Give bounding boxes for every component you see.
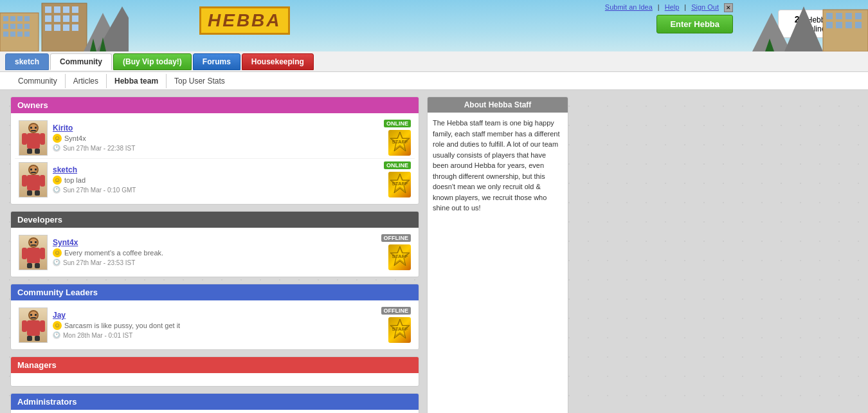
sub-nav-articles[interactable]: Articles <box>66 74 107 88</box>
clock-icon: 🕐 <box>53 144 60 152</box>
svg-rect-89 <box>35 314 37 316</box>
staff-info: Synt4x☺ Every moment's a coffee break.🕐 … <box>53 238 376 266</box>
svg-rect-84 <box>22 320 27 332</box>
staff-status-line: ☺ Synt4x <box>53 134 379 143</box>
svg-text:STAFF: STAFF <box>392 253 408 259</box>
svg-rect-39 <box>845 22 852 28</box>
avatar <box>19 162 48 197</box>
staff-status-text: Sarcasm is like pussy, you dont get it <box>64 322 180 329</box>
submit-idea-link[interactable]: Submit an Idea <box>605 3 653 12</box>
svg-rect-48 <box>35 149 40 154</box>
nav-tab-vip[interactable]: (Buy Vip today!) <box>113 53 192 70</box>
svg-text:STAFF: STAFF <box>392 326 408 332</box>
section-header-developers: Developers <box>11 212 419 228</box>
main-content: Owners Kirito☺ Synt4x🕐 Sun 27th Mar - 22… <box>0 90 579 413</box>
about-header: About Hebba Staff <box>428 97 568 113</box>
svg-rect-17 <box>72 6 78 13</box>
nav-tab-community[interactable]: Community <box>50 53 112 70</box>
svg-rect-1 <box>3 16 8 21</box>
svg-rect-33 <box>826 13 833 19</box>
svg-rect-16 <box>63 6 69 13</box>
avatar <box>19 235 48 270</box>
nav-tab-sketch[interactable]: sketch <box>5 53 49 70</box>
enter-hebba-button[interactable]: Enter Hebba <box>656 15 733 33</box>
staff-time-text: Sun 27th Mar - 0:10 GMT <box>63 187 136 194</box>
sub-nav-hebba-team[interactable]: Hebba team <box>107 74 167 88</box>
staff-status-text: Every moment's a coffee break. <box>64 249 163 257</box>
svg-rect-6 <box>10 24 15 29</box>
staff-time-text: Mon 28th Mar - 0:01 IST <box>63 332 132 339</box>
svg-rect-73 <box>27 263 32 268</box>
svg-rect-12 <box>24 32 30 37</box>
offline-badge: OFFLINE <box>381 234 411 242</box>
svg-rect-45 <box>22 133 27 145</box>
svg-rect-85 <box>40 320 45 332</box>
staff-row: Jay☺ Sarcasm is like pussy, you dont get… <box>15 304 415 345</box>
navigation-bar: sketch Community (Buy Vip today!) Forums… <box>0 51 868 72</box>
clock-icon: 🕐 <box>53 259 60 266</box>
sub-nav-top-user-stats[interactable]: Top User Stats <box>167 74 233 88</box>
site-logo: HEBBA <box>199 6 290 35</box>
svg-rect-47 <box>27 149 32 154</box>
staff-info: Kirito☺ Synt4x🕐 Sun 27th Mar - 22:38 IST <box>53 124 379 152</box>
svg-rect-59 <box>40 175 45 187</box>
svg-rect-86 <box>27 336 32 341</box>
right-buildings <box>752 0 868 51</box>
staff-row: Synt4x☺ Every moment's a coffee break.🕐 … <box>15 232 415 273</box>
section-owners: Owners Kirito☺ Synt4x🕐 Sun 27th Mar - 22… <box>10 96 419 205</box>
staff-name[interactable]: Jay <box>53 311 376 320</box>
svg-rect-3 <box>17 16 23 21</box>
nav-tab-forums[interactable]: Forums <box>193 53 240 70</box>
online-badge: ONLINE <box>384 161 411 169</box>
svg-rect-74 <box>35 263 40 268</box>
svg-text:STAFF: STAFF <box>392 181 408 187</box>
sign-out-link[interactable]: Sign Out <box>691 3 719 12</box>
section-header-community-leaders: Community Leaders <box>11 284 419 300</box>
header-links: Submit an Idea | Help | Sign Out ✕ <box>605 3 733 12</box>
left-panel: Owners Kirito☺ Synt4x🕐 Sun 27th Mar - 22… <box>10 96 419 413</box>
section-managers: Managers <box>10 356 419 387</box>
section-header-owners: Owners <box>11 97 419 113</box>
link-separator-1: | <box>658 3 660 12</box>
staff-status-text: top lad <box>64 176 86 184</box>
svg-rect-51 <box>31 130 36 131</box>
staff-time-text: Sun 27th Mar - 22:38 IST <box>63 145 135 152</box>
staff-badge-icon: STAFF <box>388 130 411 156</box>
mood-icon: ☺ <box>53 248 62 257</box>
svg-rect-14 <box>45 6 51 13</box>
staff-row: Kirito☺ Synt4x🕐 Sun 27th Mar - 22:38 IST… <box>15 117 415 159</box>
svg-rect-60 <box>27 190 32 196</box>
svg-rect-25 <box>72 24 78 31</box>
svg-rect-22 <box>45 24 51 31</box>
online-badge: ONLINE <box>384 120 411 127</box>
staff-name[interactable]: Kirito <box>53 124 379 133</box>
nav-tab-housekeeping[interactable]: Housekeeping <box>242 53 314 70</box>
staff-name[interactable]: sketch <box>53 165 379 174</box>
svg-rect-37 <box>826 22 833 28</box>
close-button[interactable]: ✕ <box>724 3 733 12</box>
staff-time: 🕐 Mon 28th Mar - 0:01 IST <box>53 331 376 339</box>
help-link[interactable]: Help <box>665 3 680 12</box>
svg-rect-9 <box>3 32 8 37</box>
section-content-community-leaders: Jay☺ Sarcasm is like pussy, you dont get… <box>11 300 419 349</box>
header-right: Submit an Idea | Help | Sign Out ✕ Enter… <box>605 3 733 33</box>
svg-rect-90 <box>31 317 36 318</box>
staff-badge-icon: STAFF <box>388 317 411 343</box>
svg-rect-46 <box>40 133 45 145</box>
staff-time: 🕐 Sun 27th Mar - 0:10 GMT <box>53 186 379 194</box>
sub-nav-community[interactable]: Community <box>10 74 66 88</box>
staff-badge-icon: STAFF <box>388 244 411 270</box>
svg-rect-4 <box>24 16 30 21</box>
svg-rect-24 <box>63 24 69 31</box>
svg-rect-77 <box>31 244 36 246</box>
svg-rect-23 <box>54 24 60 31</box>
section-community-leaders: Community Leaders Jay☺ Sarcasm is like p… <box>10 284 419 350</box>
svg-rect-40 <box>855 22 862 28</box>
svg-rect-64 <box>31 172 36 173</box>
staff-name[interactable]: Synt4x <box>53 238 376 247</box>
section-header-administrators: Administrators <box>11 394 419 410</box>
svg-rect-72 <box>40 248 45 259</box>
svg-rect-35 <box>845 13 852 19</box>
section-header-managers: Managers <box>11 357 419 373</box>
svg-rect-38 <box>836 22 842 28</box>
